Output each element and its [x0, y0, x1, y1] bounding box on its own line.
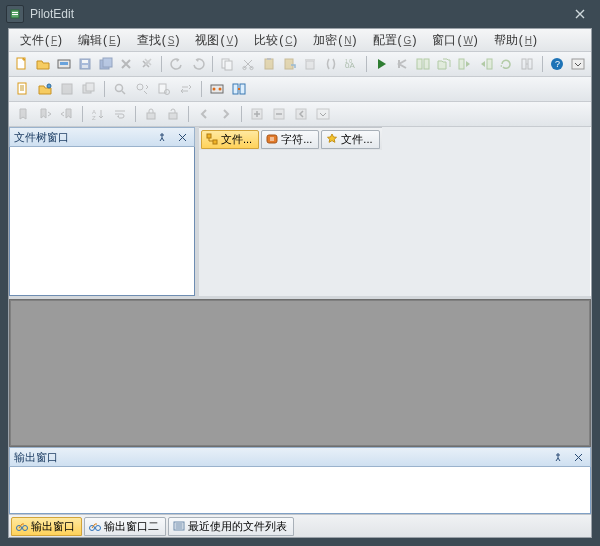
prev-diff-button[interactable] — [393, 54, 412, 74]
close-all-button[interactable] — [138, 54, 157, 74]
tab-files[interactable]: 文件... — [321, 130, 379, 149]
menu-compare[interactable]: 比较(C) — [247, 30, 304, 50]
paste-button[interactable] — [259, 54, 278, 74]
file-tree-header[interactable]: 文件树窗口 — [9, 127, 195, 147]
output-header[interactable]: 输出窗口 — [9, 447, 591, 467]
prev-file-button[interactable] — [194, 104, 214, 124]
menu-view[interactable]: 视图(V) — [188, 30, 245, 50]
compare-files-button[interactable] — [414, 54, 433, 74]
svg-rect-19 — [305, 59, 315, 61]
sort-button[interactable]: AZ — [88, 104, 108, 124]
pin-icon[interactable] — [154, 129, 170, 145]
run-button[interactable] — [372, 54, 391, 74]
svg-point-59 — [96, 526, 101, 531]
svg-rect-12 — [225, 61, 232, 70]
close-button[interactable] — [117, 54, 136, 74]
undo-button[interactable] — [167, 54, 186, 74]
save-project-button[interactable] — [57, 79, 77, 99]
window-close-button[interactable] — [566, 4, 594, 24]
open-project-button[interactable] — [35, 79, 55, 99]
tab-output2[interactable]: 输出窗口二 — [84, 517, 166, 536]
help-button[interactable]: ? — [548, 54, 567, 74]
menu-bar: 文件(F) 编辑(E) 查找(S) 视图(V) 比较(C) 加密(N) 配置(G… — [9, 29, 591, 52]
open-remote-button[interactable] — [55, 54, 74, 74]
svg-point-37 — [137, 84, 143, 90]
unlock-button[interactable] — [163, 104, 183, 124]
menu-edit[interactable]: 编辑(E) — [71, 30, 128, 50]
ftp-button[interactable] — [207, 79, 227, 99]
bookmark-next-button[interactable] — [35, 104, 55, 124]
lock-button[interactable] — [141, 104, 161, 124]
svg-text:Z: Z — [92, 115, 96, 121]
script-button[interactable] — [13, 79, 33, 99]
find-next-button[interactable] — [132, 79, 152, 99]
output-close-icon[interactable] — [570, 449, 586, 465]
svg-rect-7 — [82, 60, 88, 63]
copy-button[interactable] — [218, 54, 237, 74]
svg-rect-47 — [147, 113, 155, 119]
editor-area[interactable] — [9, 299, 591, 447]
menu-help[interactable]: 帮助(H) — [487, 30, 544, 50]
output-pin-icon[interactable] — [550, 449, 566, 465]
svg-rect-30 — [572, 59, 584, 69]
replace-button[interactable] — [176, 79, 196, 99]
file-tree-body[interactable] — [9, 147, 195, 296]
file-tree-panel: 文件树窗口 — [9, 127, 199, 296]
help-dropdown[interactable] — [568, 54, 587, 74]
svg-rect-2 — [12, 14, 18, 15]
svg-rect-27 — [528, 59, 532, 69]
workspace: 文件树窗口 文件... 字符... — [9, 127, 591, 447]
open-file-button[interactable] — [34, 54, 53, 74]
increase-button[interactable] — [247, 104, 267, 124]
app-icon — [6, 5, 24, 23]
next-file-button[interactable] — [216, 104, 236, 124]
menu-encrypt[interactable]: 加密(N) — [306, 30, 363, 50]
switch-layout-button[interactable] — [229, 79, 249, 99]
more-dropdown[interactable] — [313, 104, 333, 124]
svg-point-42 — [219, 88, 222, 91]
merge-left-button[interactable] — [455, 54, 474, 74]
tab-chars[interactable]: 字符... — [261, 130, 319, 149]
svg-rect-43 — [233, 84, 238, 94]
find-button[interactable] — [110, 79, 130, 99]
compare-folders-button[interactable] — [435, 54, 454, 74]
wrap-button[interactable] — [110, 104, 130, 124]
binary-button[interactable]: 0A1 0 — [343, 54, 362, 74]
bracket-button[interactable] — [322, 54, 341, 74]
find-in-files-button[interactable] — [154, 79, 174, 99]
save-button[interactable] — [75, 54, 94, 74]
decrease-button[interactable] — [269, 104, 289, 124]
save-all-project-button[interactable] — [79, 79, 99, 99]
tab-file-tree[interactable]: 文件... — [201, 130, 259, 149]
menu-config[interactable]: 配置(G) — [366, 30, 424, 50]
merge-right-button[interactable] — [476, 54, 495, 74]
cut-button[interactable] — [239, 54, 258, 74]
menu-file[interactable]: 文件(F) — [13, 30, 69, 50]
svg-rect-26 — [522, 59, 526, 69]
tab-output[interactable]: 输出窗口 — [11, 517, 82, 536]
paste-wrap-button[interactable] — [280, 54, 299, 74]
svg-rect-53 — [207, 134, 211, 138]
refresh-compare-button[interactable] — [497, 54, 516, 74]
file-tree-tabs: 文件... 字符... 文件... — [199, 127, 382, 150]
svg-text:1 0: 1 0 — [345, 58, 352, 64]
svg-rect-33 — [62, 84, 72, 94]
svg-rect-23 — [424, 59, 429, 69]
svg-rect-52 — [317, 109, 329, 119]
output-body[interactable] — [9, 467, 591, 514]
output-title: 输出窗口 — [14, 450, 58, 465]
prev-mark-button[interactable] — [291, 104, 311, 124]
close-panel-icon[interactable] — [174, 129, 190, 145]
menu-search[interactable]: 查找(S) — [130, 30, 187, 50]
svg-text:?: ? — [555, 59, 560, 69]
redo-button[interactable] — [188, 54, 207, 74]
save-all-button[interactable] — [96, 54, 115, 74]
sync-scroll-button[interactable] — [518, 54, 537, 74]
toolbar-3: AZ — [9, 102, 591, 127]
menu-window[interactable]: 窗口(W) — [425, 30, 484, 50]
tab-recent-files[interactable]: 最近使用的文件列表 — [168, 517, 294, 536]
bookmark-prev-button[interactable] — [57, 104, 77, 124]
delete-button[interactable] — [301, 54, 320, 74]
new-file-button[interactable] — [13, 54, 32, 74]
bookmark-button[interactable] — [13, 104, 33, 124]
